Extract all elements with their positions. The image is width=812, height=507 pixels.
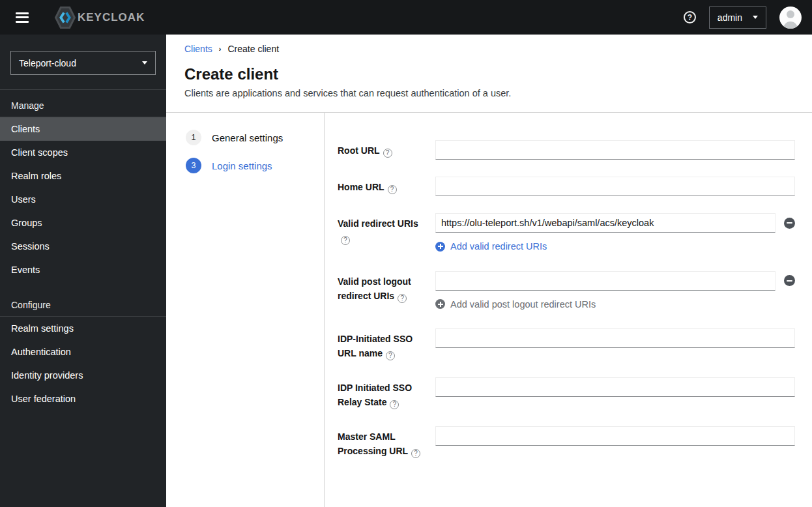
valid-redirect-uri-input[interactable] xyxy=(435,213,776,233)
add-valid-redirect-uri-link[interactable]: Add valid redirect URIs xyxy=(435,241,547,252)
question-circle-icon[interactable]: ? xyxy=(341,236,350,245)
sidebar: Teleport-cloud Manage Clients Client sco… xyxy=(0,35,166,507)
field-label: Root URL? xyxy=(338,140,435,160)
masthead: KEYCLOAK ? admin xyxy=(0,0,812,35)
chevron-down-icon xyxy=(142,61,147,65)
home-url-input[interactable] xyxy=(435,177,795,196)
form-row-valid-redirect-uris: Valid redirect URIs? Add valid redirect … xyxy=(338,213,795,254)
question-circle-icon[interactable]: ? xyxy=(386,351,395,360)
step-number-badge: 3 xyxy=(186,158,201,173)
idp-initiated-sso-url-name-input[interactable] xyxy=(435,328,795,348)
field-label: Master SAML Processing URL? xyxy=(338,426,435,458)
form-row-master-saml-processing-url: Master SAML Processing URL? xyxy=(338,426,795,458)
sidebar-item-clients[interactable]: Clients xyxy=(0,117,166,141)
question-circle-icon[interactable]: ? xyxy=(388,185,397,194)
form-row-root-url: Root URL? xyxy=(338,140,795,160)
post-logout-redirect-uri-input[interactable] xyxy=(435,271,776,291)
remove-redirect-uri-button[interactable] xyxy=(784,218,795,229)
add-post-logout-redirect-uri-link[interactable]: Add valid post logout redirect URIs xyxy=(435,299,596,310)
sidebar-item-user-federation[interactable]: User federation xyxy=(0,387,166,411)
hamburger-menu-icon[interactable] xyxy=(16,10,29,25)
plus-circle-icon xyxy=(435,242,445,252)
form-row-home-url: Home URL? xyxy=(338,177,795,196)
field-label: Valid post logout redirect URIs? xyxy=(338,271,435,312)
avatar[interactable] xyxy=(779,7,802,29)
sidebar-item-events[interactable]: Events xyxy=(0,258,166,282)
wizard-step-login-settings[interactable]: 3 Login settings xyxy=(186,158,324,173)
sidebar-item-realm-roles[interactable]: Realm roles xyxy=(0,164,166,188)
keycloak-logo[interactable]: KEYCLOAK xyxy=(53,5,145,30)
field-label: IDP Initiated SSO Relay State? xyxy=(338,377,435,409)
question-circle-icon[interactable]: ? xyxy=(390,400,399,409)
form-row-idp-initiated-sso-url-name: IDP-Initiated SSO URL name? xyxy=(338,328,795,360)
step-label: General settings xyxy=(212,132,283,143)
user-menu-button[interactable]: admin xyxy=(709,7,766,29)
question-circle-icon[interactable]: ? xyxy=(398,294,407,303)
brand-text: KEYCLOAK xyxy=(78,11,145,24)
nav-group-gap xyxy=(0,282,166,289)
breadcrumb: Clients › Create client xyxy=(184,44,796,54)
field-label: Home URL? xyxy=(338,177,435,196)
main-content: Clients › Create client Create client Cl… xyxy=(166,35,812,507)
field-label: IDP-Initiated SSO URL name? xyxy=(338,328,435,360)
step-number-badge: 1 xyxy=(186,130,201,145)
sidebar-item-groups[interactable]: Groups xyxy=(0,211,166,235)
nav-group-label-manage: Manage xyxy=(0,90,166,117)
field-label: Valid redirect URIs? xyxy=(338,213,435,254)
chevron-down-icon xyxy=(753,16,758,19)
breadcrumb-link-clients[interactable]: Clients xyxy=(184,44,212,54)
nav-group-label-configure: Configure xyxy=(0,289,166,316)
wizard-step-general-settings[interactable]: 1 General settings xyxy=(186,130,324,145)
form-row-valid-post-logout-redirect-uris: Valid post logout redirect URIs? Add val… xyxy=(338,271,795,312)
realm-selector-block: Teleport-cloud xyxy=(0,35,166,90)
master-saml-processing-url-input[interactable] xyxy=(435,426,795,446)
login-settings-form: Root URL? Home URL? xyxy=(324,113,812,507)
sidebar-item-users[interactable]: Users xyxy=(0,188,166,211)
question-circle-icon[interactable]: ? xyxy=(383,149,392,158)
sidebar-item-sessions[interactable]: Sessions xyxy=(0,235,166,258)
breadcrumb-current: Create client xyxy=(227,44,279,54)
root-url-input[interactable] xyxy=(435,140,795,160)
realm-selector-label: Teleport-cloud xyxy=(19,58,76,68)
page-title: Create client xyxy=(184,65,796,83)
sidebar-item-realm-settings[interactable]: Realm settings xyxy=(0,317,166,340)
sidebar-item-client-scopes[interactable]: Client scopes xyxy=(0,141,166,164)
page-description: Clients are applications and services th… xyxy=(184,88,796,112)
form-row-idp-initiated-sso-relay-state: IDP Initiated SSO Relay State? xyxy=(338,377,795,409)
step-label: Login settings xyxy=(212,160,272,171)
idp-initiated-sso-relay-state-input[interactable] xyxy=(435,377,795,397)
user-menu-label: admin xyxy=(718,12,742,23)
realm-selector[interactable]: Teleport-cloud xyxy=(10,51,156,75)
sidebar-item-identity-providers[interactable]: Identity providers xyxy=(0,364,166,387)
help-icon[interactable]: ? xyxy=(684,11,696,23)
keycloak-hexagon-icon xyxy=(53,5,77,30)
plus-circle-icon xyxy=(435,299,445,309)
page-header: Clients › Create client Create client Cl… xyxy=(166,35,812,112)
avatar-body-shape xyxy=(783,22,798,29)
question-circle-icon[interactable]: ? xyxy=(411,449,420,458)
sidebar-item-authentication[interactable]: Authentication xyxy=(0,340,166,364)
remove-post-logout-uri-button[interactable] xyxy=(784,275,795,286)
wizard-nav: 1 General settings 3 Login settings xyxy=(166,113,324,507)
breadcrumb-separator-icon: › xyxy=(219,45,222,53)
avatar-head-shape xyxy=(787,10,794,18)
